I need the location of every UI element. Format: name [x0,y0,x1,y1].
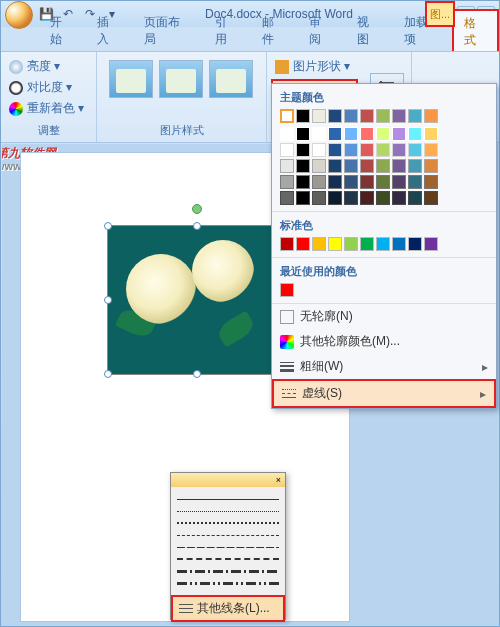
dash-option[interactable] [177,541,279,553]
selected-image[interactable] [107,225,287,375]
style-preset[interactable] [159,60,203,98]
color-swatch[interactable] [424,127,438,141]
color-swatch[interactable] [408,159,422,173]
color-swatch[interactable] [392,237,406,251]
color-swatch[interactable] [392,143,406,157]
tab-references[interactable]: 引用 [204,9,249,51]
tab-view[interactable]: 视图 [346,9,391,51]
color-swatch[interactable] [328,159,342,173]
color-swatch[interactable] [376,109,390,123]
color-swatch[interactable] [360,237,374,251]
color-swatch[interactable] [312,127,326,141]
tab-insert[interactable]: 插入 [86,9,131,51]
color-swatch[interactable] [296,175,310,189]
dash-option[interactable] [177,505,279,517]
resize-handle[interactable] [104,296,112,304]
color-swatch[interactable] [360,143,374,157]
color-swatch[interactable] [328,191,342,205]
color-swatch[interactable] [424,109,438,123]
resize-handle[interactable] [104,222,112,230]
tab-mailings[interactable]: 邮件 [251,9,296,51]
color-swatch[interactable] [376,175,390,189]
color-swatch[interactable] [360,127,374,141]
color-swatch[interactable] [312,237,326,251]
color-swatch[interactable] [344,191,358,205]
color-swatch[interactable] [296,237,310,251]
resize-handle[interactable] [193,222,201,230]
color-swatch[interactable] [280,283,294,297]
color-swatch[interactable] [408,175,422,189]
office-button[interactable] [5,1,33,29]
color-swatch[interactable] [408,237,422,251]
dash-menu-header[interactable]: × [171,473,285,487]
dash-option[interactable] [177,493,279,505]
color-swatch[interactable] [296,159,310,173]
dash-option[interactable] [177,553,279,565]
color-swatch[interactable] [280,143,294,157]
tab-review[interactable]: 审阅 [298,9,343,51]
color-swatch[interactable] [280,237,294,251]
brightness-button[interactable]: 亮度 ▾ [9,56,88,77]
color-swatch[interactable] [424,237,438,251]
style-preset[interactable] [109,60,153,98]
color-swatch[interactable] [344,143,358,157]
color-swatch[interactable] [424,143,438,157]
rotate-handle[interactable] [192,204,202,214]
color-swatch[interactable] [392,159,406,173]
style-preset[interactable] [209,60,253,98]
color-swatch[interactable] [344,159,358,173]
weight-item[interactable]: 粗细(W)▸ [272,354,496,379]
color-swatch[interactable] [328,109,342,123]
tab-home[interactable]: 开始 [39,9,84,51]
color-swatch[interactable] [392,127,406,141]
color-swatch[interactable] [376,159,390,173]
color-swatch[interactable] [296,109,310,123]
color-swatch[interactable] [280,127,294,141]
color-swatch[interactable] [280,175,294,189]
color-swatch[interactable] [312,175,326,189]
color-swatch[interactable] [344,237,358,251]
color-swatch[interactable] [328,175,342,189]
color-swatch[interactable] [424,191,438,205]
color-swatch[interactable] [344,109,358,123]
color-swatch[interactable] [376,237,390,251]
color-swatch[interactable] [312,191,326,205]
recolor-button[interactable]: 重新着色 ▾ [9,98,88,119]
dash-option[interactable] [177,565,279,577]
color-swatch[interactable] [408,191,422,205]
dash-option[interactable] [177,577,279,589]
color-swatch[interactable] [328,127,342,141]
color-swatch[interactable] [408,109,422,123]
color-swatch[interactable] [376,143,390,157]
color-swatch[interactable] [376,127,390,141]
color-swatch[interactable] [424,175,438,189]
color-swatch[interactable] [424,159,438,173]
color-swatch[interactable] [296,191,310,205]
color-swatch[interactable] [408,127,422,141]
picture-shape-button[interactable]: 图片形状 ▾ [271,56,358,77]
color-swatch[interactable] [360,175,374,189]
color-swatch[interactable] [280,159,294,173]
color-swatch[interactable] [392,175,406,189]
color-swatch[interactable] [408,143,422,157]
dashes-item[interactable]: 虚线(S)▸ [272,379,496,408]
color-swatch[interactable] [360,159,374,173]
color-swatch[interactable] [360,191,374,205]
color-swatch[interactable] [312,143,326,157]
color-swatch[interactable] [296,127,310,141]
color-swatch[interactable] [392,109,406,123]
color-swatch[interactable] [360,109,374,123]
color-swatch[interactable] [392,191,406,205]
color-swatch[interactable] [376,191,390,205]
other-lines-button[interactable]: 其他线条(L)... [171,595,285,622]
color-swatch[interactable] [280,191,294,205]
color-swatch[interactable] [344,175,358,189]
color-swatch[interactable] [312,159,326,173]
color-swatch[interactable] [296,143,310,157]
dash-option[interactable] [177,529,279,541]
more-colors-item[interactable]: 其他轮廓颜色(M)... [272,329,496,354]
color-swatch[interactable] [344,127,358,141]
resize-handle[interactable] [104,370,112,378]
resize-handle[interactable] [193,370,201,378]
no-outline-item[interactable]: 无轮廓(N) [272,304,496,329]
